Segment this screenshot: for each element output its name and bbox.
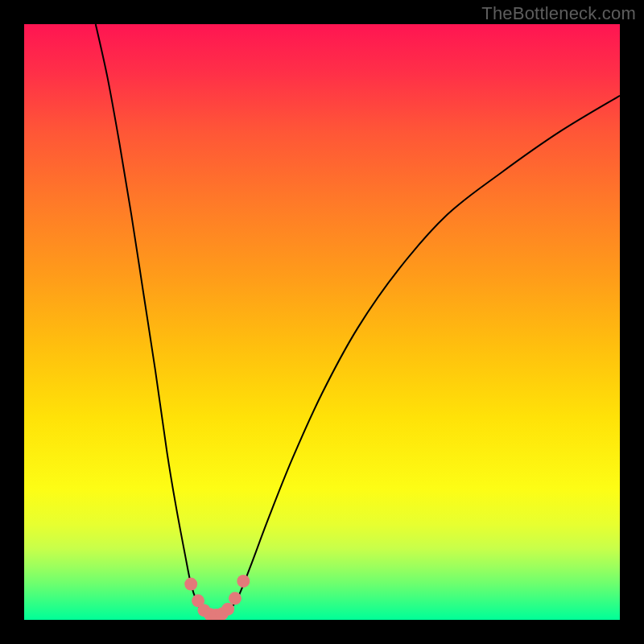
- valley-marker: [237, 575, 250, 588]
- valley-markers: [184, 575, 250, 620]
- curve-right: [225, 96, 620, 617]
- valley-marker: [184, 578, 197, 591]
- curve-left: [96, 24, 208, 617]
- watermark-text: TheBottleneck.com: [481, 3, 636, 24]
- chart-svg: [24, 24, 620, 620]
- chart-frame: TheBottleneck.com: [0, 0, 644, 644]
- valley-marker: [229, 592, 242, 605]
- valley-marker: [221, 603, 234, 616]
- plot-area: [24, 24, 620, 620]
